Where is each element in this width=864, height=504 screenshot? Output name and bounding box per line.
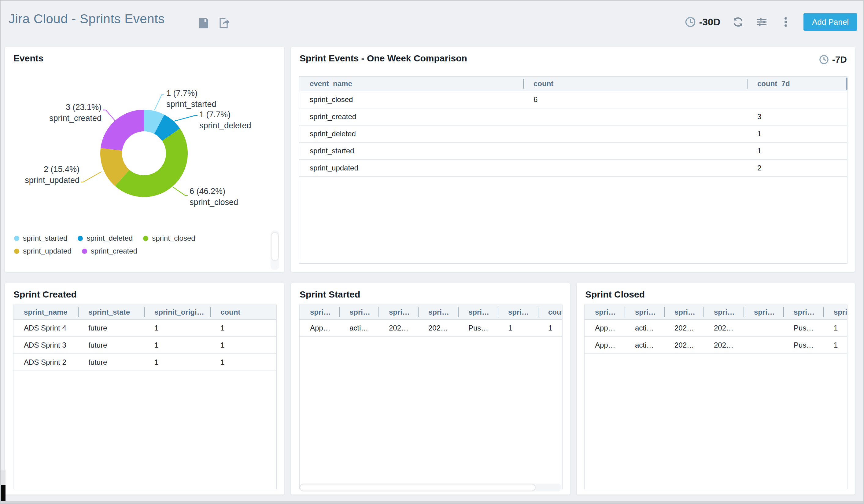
table-cell: App…	[585, 337, 625, 353]
legend-label: sprint_deleted	[86, 234, 133, 243]
save-icon[interactable]	[197, 16, 211, 30]
table-cell: 1	[144, 337, 210, 353]
table-cell: sprint_updated	[299, 160, 523, 176]
legend-item-sprint_deleted[interactable]: sprint_deleted	[77, 234, 133, 243]
legend-scrollbar[interactable]	[271, 230, 279, 270]
column-header[interactable]: spri…	[379, 305, 418, 319]
callout-leader-line	[81, 172, 101, 182]
table-horizontal-scrollbar-thumb[interactable]	[300, 484, 535, 491]
donut-slice-sprint_closed[interactable]	[115, 128, 188, 197]
table-cell: 1	[538, 320, 563, 336]
legend-color-dot	[14, 236, 19, 241]
donut-callout-label: sprint_updated	[25, 176, 80, 185]
table-cell: 1	[747, 143, 848, 159]
table-cell: future	[78, 354, 144, 370]
column-header[interactable]: spri…	[823, 305, 848, 319]
table-cell	[523, 108, 747, 125]
legend-scrollbar-thumb[interactable]	[272, 233, 278, 260]
donut-slice-sprint_created[interactable]	[100, 110, 144, 151]
table-row[interactable]: App…acti…202…202…Pus…11	[300, 320, 562, 337]
column-header[interactable]: spri…	[458, 305, 498, 319]
table-cell: 1	[210, 354, 276, 370]
table-cell: sprint_started	[299, 143, 523, 159]
table-vertical-scrollbar-thumb[interactable]	[846, 77, 848, 90]
table-row[interactable]: sprint_updated2	[299, 160, 847, 177]
table-cell: acti…	[625, 337, 664, 353]
table-cell	[744, 337, 783, 353]
refresh-icon[interactable]	[732, 16, 744, 28]
legend-item-sprint_updated[interactable]: sprint_updated	[14, 247, 72, 255]
column-header[interactable]: spri…	[704, 305, 744, 319]
column-header[interactable]: count_7d	[747, 77, 848, 91]
column-header[interactable]: spri…	[625, 305, 664, 319]
dashboard-header: Jira Cloud - Sprints Events -30D	[1, 1, 863, 44]
filter-sliders-icon[interactable]	[756, 16, 768, 28]
table-cell: 1	[823, 337, 848, 353]
donut-callout-label: 6 (46.2%)	[190, 187, 225, 196]
left-scrollbar-track[interactable]	[1, 470, 5, 485]
column-header[interactable]: spri…	[300, 305, 339, 319]
table-cell: 1	[210, 320, 276, 336]
donut-slice-sprint_deleted[interactable]	[154, 114, 180, 141]
column-header[interactable]: spri…	[783, 305, 823, 319]
donut-slice-sprint_started[interactable]	[144, 110, 164, 134]
column-header[interactable]: count	[523, 77, 747, 91]
table-row[interactable]: sprint_started1	[299, 143, 847, 160]
column-header[interactable]: spri…	[498, 305, 538, 319]
table-cell	[523, 160, 747, 176]
panel-time-range[interactable]: -7D	[819, 54, 847, 65]
table-cell: 1	[498, 320, 538, 336]
header-toolbar: -30D	[685, 13, 857, 31]
legend-item-sprint_started[interactable]: sprint_started	[14, 234, 67, 243]
table-row[interactable]: sprint_closed6	[299, 91, 847, 108]
table-cell: ADS Sprint 3	[13, 337, 78, 353]
panel-title: Sprint Closed	[585, 289, 645, 300]
table-cell: 6	[523, 91, 747, 108]
panel-title: Sprint Created	[13, 289, 77, 300]
column-header[interactable]: spri…	[664, 305, 704, 319]
column-header[interactable]: count	[538, 305, 563, 319]
column-header[interactable]: spri…	[418, 305, 458, 319]
legend-item-sprint_created[interactable]: sprint_created	[82, 247, 137, 255]
share-icon[interactable]	[217, 16, 230, 30]
kebab-menu-icon[interactable]	[780, 16, 792, 28]
donut-slice-sprint_updated[interactable]	[100, 148, 129, 186]
panel-time-range-label: -7D	[832, 54, 847, 65]
table-horizontal-scrollbar[interactable]	[300, 483, 561, 491]
table-row[interactable]: App…acti…202…202…Pus…1	[585, 337, 847, 354]
legend-label: sprint_closed	[152, 234, 195, 243]
table-row[interactable]: sprint_created3	[299, 108, 847, 125]
table-row[interactable]: App…acti…202…202…Pus…1	[585, 320, 847, 337]
column-header[interactable]: count	[210, 305, 276, 319]
panel-sprint-created: Sprint Created sprint_namesprint_statesp…	[5, 283, 284, 494]
legend-item-sprint_closed[interactable]: sprint_closed	[143, 234, 195, 243]
legend-label: sprint_updated	[23, 247, 72, 255]
add-panel-button[interactable]: Add Panel	[803, 13, 857, 31]
table-row[interactable]: sprint_deleted1	[299, 125, 847, 143]
callout-leader-line	[103, 110, 115, 121]
donut-callout-label: 2 (15.4%)	[44, 165, 80, 174]
column-header[interactable]: sprinit_origi…	[144, 305, 210, 319]
panel-sprint-events-comparison: Sprint Events - One Week Comparison -7D …	[291, 47, 855, 272]
column-header[interactable]: sprint_name	[13, 305, 78, 319]
table-cell: 1	[823, 320, 848, 336]
table-cell: acti…	[339, 320, 379, 336]
column-header[interactable]: event_name	[299, 77, 523, 91]
donut-callout-label: 1 (7.7%)	[166, 89, 197, 98]
column-header[interactable]: spri…	[339, 305, 379, 319]
column-header[interactable]: spri…	[585, 305, 625, 319]
panel-events: Events 1 (7.7%)sprint_started1 (7.7%)spr…	[5, 47, 284, 272]
table-row[interactable]: ADS Sprint 4future11	[13, 320, 276, 337]
dashboard-time-range[interactable]: -30D	[685, 16, 720, 28]
column-header[interactable]: spri…	[744, 305, 783, 319]
left-scrollbar-thumb[interactable]	[1, 485, 5, 503]
column-header[interactable]: sprint_state	[78, 305, 144, 319]
sprint-created-table: sprint_namesprint_statesprinit_origi…cou…	[13, 305, 277, 489]
time-range-label: -30D	[699, 16, 720, 28]
table-cell: App…	[300, 320, 339, 336]
table-cell: 202…	[379, 320, 418, 336]
table-row[interactable]: ADS Sprint 3future11	[13, 337, 276, 354]
table-row[interactable]: ADS Sprint 2future11	[13, 354, 276, 371]
table-cell: future	[78, 320, 144, 336]
table-cell: sprint_deleted	[299, 125, 523, 142]
